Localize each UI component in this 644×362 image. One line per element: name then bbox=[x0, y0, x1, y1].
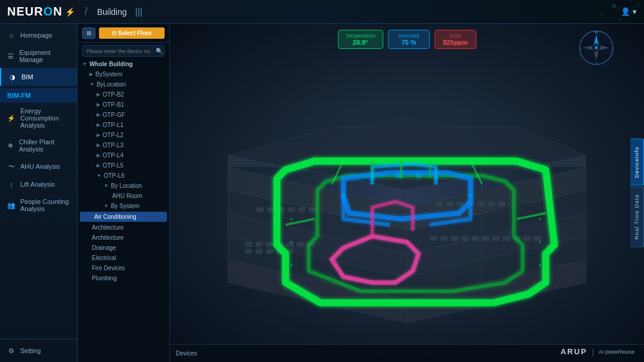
tree-node-by-system[interactable]: ▼ By System bbox=[78, 201, 169, 211]
tree-node-label: OTP-L5 bbox=[103, 162, 165, 169]
tree-grid-button[interactable]: ⊞ bbox=[82, 27, 95, 39]
svg-rect-59 bbox=[524, 236, 531, 241]
tree-leaf-air-conditioning[interactable]: Air Conditioning bbox=[80, 212, 167, 222]
tree-node-otp-l3[interactable]: ▶ OTP-L3 bbox=[78, 140, 169, 150]
svg-point-92 bbox=[416, 174, 421, 178]
tree-node-label: OTP-L6 bbox=[104, 172, 165, 179]
co2-label: CO2 bbox=[442, 33, 469, 39]
svg-rect-65 bbox=[298, 208, 305, 212]
equipment-icon: ☰ bbox=[7, 52, 14, 60]
tree-leaf-architecture-2[interactable]: Architecture bbox=[78, 233, 169, 243]
setting-icon: ⚙ bbox=[7, 346, 16, 355]
search-icon: 🔍 bbox=[156, 48, 163, 54]
sidebar-item-label-equipment: Equipment Manage bbox=[19, 49, 70, 63]
sidebar-item-label-homepage: Homepage bbox=[20, 32, 52, 39]
sidebar-item-label-ahu: AHU Analysis bbox=[20, 163, 60, 170]
sidebar-item-equipment[interactable]: ☰ Equipment Manage bbox=[0, 44, 77, 68]
tree-leaf-electrical[interactable]: Electrical bbox=[78, 253, 169, 263]
tree-node-label: ByLocation bbox=[97, 81, 165, 88]
arup-logo: ARUP bbox=[561, 347, 587, 356]
tree-leaf-drainage[interactable]: Drainage bbox=[78, 243, 169, 253]
tree-leaf-architecture-1[interactable]: Architecture bbox=[78, 222, 169, 233]
tree-node-otp-l1[interactable]: ▶ OTP-L1 bbox=[78, 120, 169, 130]
svg-point-4 bbox=[637, 4, 639, 6]
header-bars: ||| bbox=[135, 7, 143, 17]
sidebar-item-setting[interactable]: ⚙ Setting bbox=[7, 344, 70, 357]
sidebar-bim-fm-label: BIM-FM bbox=[7, 92, 31, 99]
humidity-label: Humidity bbox=[396, 33, 422, 39]
tree-node-label: BySystem bbox=[95, 71, 165, 78]
tree-node-otp-b2[interactable]: ▶ OTP-B2 bbox=[78, 89, 169, 100]
sidebar-item-chiller[interactable]: ❄ Chiller Plant Analysis bbox=[0, 134, 77, 157]
sidebar-item-bim[interactable]: ◑ BIM bbox=[0, 68, 77, 86]
svg-line-9 bbox=[602, 15, 620, 19]
tree-node-otp-l5[interactable]: ▶ OTP-L5 bbox=[78, 160, 169, 171]
svg-rect-38 bbox=[245, 242, 252, 247]
tree-node-whole-building[interactable]: ▼ Whole Building bbox=[78, 59, 169, 69]
tree-node-otp-l2[interactable]: ▶ OTP-L2 bbox=[78, 130, 169, 140]
svg-rect-54 bbox=[472, 236, 479, 241]
tree-node-otp-b1[interactable]: ▶ OTP-B1 bbox=[78, 100, 169, 110]
user-menu[interactable]: 👤 ▾ bbox=[621, 7, 637, 16]
svg-point-86 bbox=[539, 241, 541, 243]
sidebar-item-lift[interactable]: ↕ Lift Analysis bbox=[0, 175, 77, 193]
tree-node-label: OTP-GF bbox=[103, 112, 165, 118]
svg-rect-64 bbox=[288, 208, 295, 212]
tab-real-time-data-label: Real Time Data bbox=[634, 194, 640, 240]
sidebar-item-label-energy: Energy Consumption Analysis bbox=[20, 107, 70, 129]
logo-text: NEURON bbox=[7, 5, 63, 18]
tree-content[interactable]: ▼ Whole Building ▶ BySystem ▼ ByLocation… bbox=[78, 59, 169, 362]
tree-node-bylocation[interactable]: ▼ ByLocation bbox=[78, 79, 169, 89]
arrow-icon: ▶ bbox=[97, 153, 100, 158]
temperature-badge: Temperature 26.8° bbox=[338, 30, 383, 49]
tree-node-bysystem[interactable]: ▶ BySystem bbox=[78, 69, 169, 79]
tree-search-input[interactable] bbox=[86, 48, 153, 54]
svg-point-85 bbox=[290, 241, 293, 243]
arrow-icon: ▼ bbox=[104, 203, 109, 209]
tree-node-by-location[interactable]: ▼ By Location bbox=[78, 181, 169, 191]
sidebar-item-label-people: People Counting Analysis bbox=[20, 198, 70, 212]
svg-point-87 bbox=[290, 218, 293, 220]
svg-point-84 bbox=[539, 264, 541, 267]
tree-leaf-fire-devices[interactable]: Fire Devices bbox=[78, 263, 169, 273]
svg-point-88 bbox=[539, 218, 541, 220]
tab-device-info-label: DeviceInfo bbox=[634, 146, 640, 178]
right-tabs: DeviceInfo Real Time Data bbox=[630, 138, 644, 247]
sidebar-item-ahu[interactable]: 〜 AHU Analysis bbox=[0, 157, 77, 175]
arrow-icon: ▶ bbox=[97, 92, 100, 97]
tree-node-ahu-room[interactable]: AHU Room bbox=[78, 191, 169, 201]
co2-badge: CO2 825ppm bbox=[435, 30, 476, 49]
svg-line-6 bbox=[602, 6, 614, 15]
svg-rect-53 bbox=[462, 236, 469, 241]
tree-panel: ⊞ ⊙ Select Floor 🔍 ▼ Whole Building ▶ By… bbox=[78, 24, 170, 362]
svg-text:S: S bbox=[595, 61, 597, 65]
co2-value: 825ppm bbox=[442, 39, 469, 46]
svg-rect-60 bbox=[534, 236, 541, 241]
sidebar-item-label-setting: Setting bbox=[20, 347, 41, 354]
tree-node-otp-gf[interactable]: ▶ OTP-GF bbox=[78, 110, 169, 120]
svg-point-2 bbox=[601, 14, 603, 16]
svg-rect-55 bbox=[482, 236, 490, 241]
tree-leaf-plumbing[interactable]: Plumbing bbox=[78, 273, 169, 283]
tab-real-time-data[interactable]: Real Time Data bbox=[630, 187, 644, 247]
sidebar-item-energy[interactable]: ⚡ Energy Consumption Analysis bbox=[0, 103, 77, 134]
tab-device-info[interactable]: DeviceInfo bbox=[630, 138, 644, 185]
tree-node-otp-l6[interactable]: ▼ OTP-L6 bbox=[78, 171, 169, 181]
svg-point-89 bbox=[370, 177, 374, 180]
select-floor-button[interactable]: ⊙ Select Floor bbox=[99, 27, 165, 39]
svg-rect-39 bbox=[255, 242, 262, 247]
tree-search-container: 🔍 bbox=[82, 45, 165, 57]
energy-icon: ⚡ bbox=[7, 114, 16, 122]
svg-rect-71 bbox=[478, 202, 485, 206]
tree-node-label: By System bbox=[111, 203, 165, 209]
compass-widget: N S W E bbox=[578, 30, 614, 66]
tree-node-label: AHU Room bbox=[112, 193, 165, 199]
svg-point-3 bbox=[619, 18, 621, 20]
sidebar-item-homepage[interactable]: ⌂ Homepage bbox=[0, 26, 77, 44]
sidebar-section-bim-fm[interactable]: BIM-FM bbox=[0, 88, 77, 103]
svg-line-12 bbox=[596, 6, 614, 7]
sidebar-item-people[interactable]: 👥 People Counting Analysis bbox=[0, 193, 77, 217]
svg-rect-68 bbox=[446, 202, 453, 206]
chiller-icon: ❄ bbox=[7, 141, 14, 150]
tree-node-otp-l4[interactable]: ▶ OTP-L4 bbox=[78, 150, 169, 160]
